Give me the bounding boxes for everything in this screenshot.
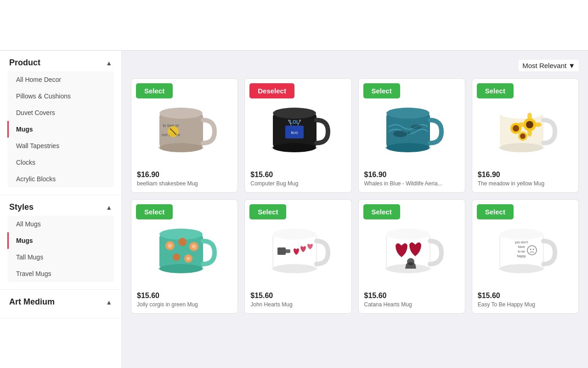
- styles-section-header[interactable]: Styles ▲: [9, 202, 112, 212]
- svg-point-65: [500, 264, 543, 273]
- sidebar-item-mugs[interactable]: Mugs: [7, 121, 114, 138]
- select-button[interactable]: Select: [136, 83, 173, 98]
- svg-point-48: [173, 253, 180, 261]
- svg-point-37: [527, 129, 532, 137]
- sidebar-item-all-home-decor[interactable]: All Home Decor: [7, 71, 114, 88]
- product-card: Select: [244, 199, 351, 314]
- svg-point-71: [530, 249, 531, 250]
- select-button[interactable]: Select: [477, 204, 514, 219]
- product-card: Select to bee or not to bee: [131, 78, 238, 193]
- sidebar-item-mugs-style[interactable]: Mugs: [7, 232, 114, 249]
- svg-point-54: [273, 264, 316, 273]
- product-card-top: Select: [131, 200, 237, 287]
- svg-point-3: [159, 143, 203, 152]
- product-info: $16.90 beelliam shakesbee Mug: [131, 166, 237, 192]
- svg-point-21: [386, 108, 430, 119]
- product-card: Deselect LOL BUG: [244, 78, 351, 193]
- sidebar-item-wall-tapestries[interactable]: Wall Tapestries: [7, 138, 114, 154]
- product-price: $15.60: [250, 171, 345, 179]
- svg-point-41: [159, 229, 203, 240]
- product-info: $16.90 Whales in Blue - Wildlife Aeria..…: [359, 166, 465, 192]
- sidebar-item-travel-mugs[interactable]: Travel Mugs: [7, 265, 114, 282]
- product-price: $15.60: [137, 292, 232, 300]
- svg-point-45: [178, 238, 187, 246]
- product-name: Computer Bug Mug: [250, 180, 345, 187]
- product-price: $15.60: [364, 292, 459, 300]
- product-card-top: Select: [359, 79, 465, 166]
- sidebar-item-tall-mugs[interactable]: Tall Mugs: [7, 249, 114, 265]
- product-section-header[interactable]: Product ▲: [9, 58, 112, 68]
- svg-text:have: have: [518, 245, 525, 248]
- sidebar-item-pillows[interactable]: Pillows & Cushions: [7, 88, 114, 104]
- select-button[interactable]: Select: [249, 204, 286, 219]
- product-name: The meadow in yellow Mug: [478, 180, 573, 187]
- product-card: Select: [472, 78, 579, 193]
- svg-point-50: [187, 257, 190, 260]
- styles-list: All Mugs Mugs Tall Mugs Travel Mugs: [7, 216, 114, 282]
- artmedium-section-toggle: ▲: [106, 299, 112, 306]
- select-button[interactable]: Select: [477, 83, 514, 98]
- svg-point-22: [386, 143, 430, 152]
- product-info: $16.90 The meadow in yellow Mug: [472, 166, 578, 192]
- main-layout: Product ▲ All Home Decor Pillows & Cushi…: [0, 51, 588, 368]
- sort-dropdown[interactable]: Most Relevant ▼: [519, 60, 579, 71]
- svg-point-10: [273, 108, 316, 119]
- svg-point-36: [534, 122, 542, 127]
- product-info: $15.60 Catana Hearts Mug: [359, 287, 465, 313]
- product-section: Product ▲ All Home Decor Pillows & Cushi…: [0, 51, 121, 195]
- select-button[interactable]: Select: [136, 204, 173, 219]
- svg-point-38: [518, 122, 525, 127]
- product-price: $15.60: [478, 292, 573, 300]
- product-name: Easy To Be Happy Mug: [478, 301, 573, 308]
- artmedium-section: Art Medium ▲: [0, 290, 121, 318]
- product-card-top: Select: [359, 200, 465, 287]
- sidebar-item-duvet[interactable]: Duvet Covers: [7, 104, 114, 121]
- sidebar-item-all-mugs[interactable]: All Mugs: [7, 216, 114, 232]
- svg-rect-56: [277, 247, 286, 255]
- product-info: $15.60 Computer Bug Mug: [245, 166, 351, 192]
- product-list: All Home Decor Pillows & Cushions Duvet …: [7, 71, 114, 187]
- product-card-top: Select: [472, 79, 578, 166]
- product-section-toggle: ▲: [106, 59, 112, 67]
- product-name: John Hearts Mug: [250, 301, 345, 308]
- svg-point-53: [273, 229, 316, 240]
- svg-point-42: [159, 264, 203, 273]
- product-name: beelliam shakesbee Mug: [137, 180, 232, 187]
- styles-section: Styles ▲ All Mugs Mugs Tall Mugs Travel …: [0, 195, 121, 290]
- product-card: Select: [131, 199, 238, 314]
- svg-point-17: [288, 120, 290, 121]
- svg-point-18: [299, 120, 301, 121]
- product-price: $15.60: [250, 292, 345, 300]
- product-price: $16.90: [137, 171, 232, 179]
- svg-point-2: [159, 108, 203, 119]
- select-button[interactable]: Select: [363, 204, 400, 219]
- styles-section-title: Styles: [9, 202, 34, 212]
- svg-point-64: [500, 229, 543, 240]
- deselect-button[interactable]: Deselect: [249, 83, 294, 98]
- svg-point-32: [526, 121, 533, 128]
- product-price: $16.90: [364, 171, 459, 179]
- sidebar-item-clocks[interactable]: Clocks: [7, 154, 114, 171]
- top-bar: [0, 0, 588, 51]
- svg-text:to be: to be: [518, 250, 526, 253]
- product-grid: Select to bee or not to bee: [131, 78, 579, 314]
- product-name: Jolly corgis in green Mug: [137, 301, 232, 308]
- svg-point-59: [386, 229, 430, 240]
- product-card-top: Select you don't have to be ha: [472, 200, 578, 287]
- chevron-down-icon: ▼: [568, 62, 575, 69]
- product-info: $15.60 Jolly corgis in green Mug: [131, 287, 237, 313]
- select-button[interactable]: Select: [363, 83, 400, 98]
- svg-point-34: [520, 133, 526, 139]
- artmedium-section-title: Art Medium: [9, 297, 55, 307]
- product-card: Select: [358, 78, 465, 193]
- svg-point-30: [513, 125, 519, 132]
- svg-text:you don't: you don't: [515, 241, 528, 244]
- artmedium-section-header[interactable]: Art Medium ▲: [9, 297, 112, 307]
- svg-point-11: [273, 143, 316, 152]
- sidebar-item-acrylic-blocks[interactable]: Acrylic Blocks: [7, 171, 114, 187]
- product-price: $16.90: [478, 171, 573, 179]
- svg-point-28: [500, 143, 543, 152]
- product-card-top: Select: [245, 200, 351, 287]
- svg-text:LOL: LOL: [290, 120, 299, 125]
- svg-text:BUG: BUG: [291, 131, 298, 134]
